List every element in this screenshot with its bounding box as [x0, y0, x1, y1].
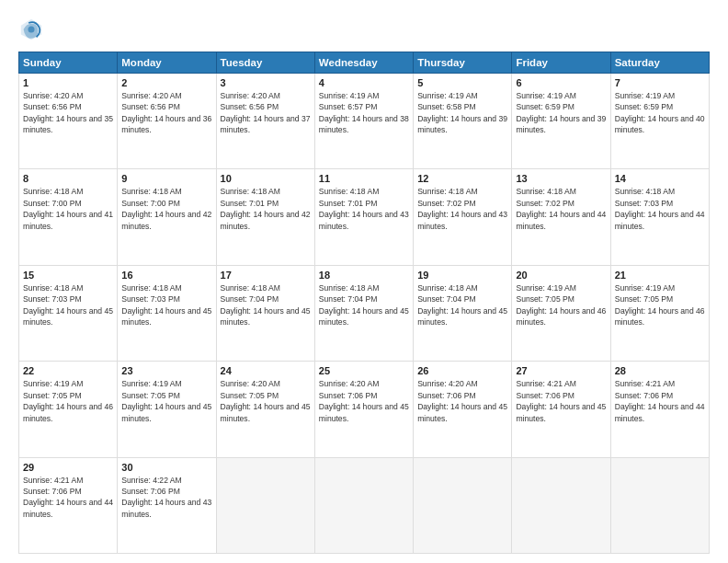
calendar-cell: 18Sunrise: 4:18 AMSunset: 7:04 PMDayligh… [314, 265, 413, 361]
day-detail: Sunrise: 4:18 AMSunset: 7:02 PMDaylight:… [417, 186, 507, 232]
day-detail: Sunrise: 4:18 AMSunset: 7:03 PMDaylight:… [615, 186, 705, 232]
calendar-cell: 29Sunrise: 4:21 AMSunset: 7:06 PMDayligh… [19, 457, 118, 553]
calendar-cell: 11Sunrise: 4:18 AMSunset: 7:01 PMDayligh… [314, 169, 413, 265]
calendar-cell: 30Sunrise: 4:22 AMSunset: 7:06 PMDayligh… [118, 457, 216, 553]
day-number: 28 [615, 365, 705, 376]
calendar-week-row: 29Sunrise: 4:21 AMSunset: 7:06 PMDayligh… [19, 457, 710, 553]
calendar-week-row: 8Sunrise: 4:18 AMSunset: 7:00 PMDaylight… [19, 169, 710, 265]
day-detail: Sunrise: 4:18 AMSunset: 7:02 PMDaylight:… [516, 186, 606, 232]
day-detail: Sunrise: 4:19 AMSunset: 7:05 PMDaylight:… [516, 282, 606, 328]
day-number: 25 [319, 365, 409, 376]
day-number: 18 [319, 270, 409, 281]
calendar-cell: 14Sunrise: 4:18 AMSunset: 7:03 PMDayligh… [610, 169, 709, 265]
day-number: 16 [121, 270, 211, 281]
calendar-cell: 26Sunrise: 4:20 AMSunset: 7:06 PMDayligh… [414, 362, 512, 457]
calendar-cell: 23Sunrise: 4:19 AMSunset: 7:05 PMDayligh… [118, 362, 216, 457]
day-number: 26 [417, 365, 507, 376]
day-detail: Sunrise: 4:20 AMSunset: 7:06 PMDaylight:… [417, 378, 507, 424]
calendar-cell: 15Sunrise: 4:18 AMSunset: 7:03 PMDayligh… [19, 265, 118, 361]
calendar-cell: 7Sunrise: 4:19 AMSunset: 6:59 PMDaylight… [610, 74, 709, 169]
calendar-cell: 9Sunrise: 4:18 AMSunset: 7:00 PMDaylight… [118, 169, 216, 265]
calendar-cell: 27Sunrise: 4:21 AMSunset: 7:06 PMDayligh… [512, 362, 610, 457]
calendar-header-monday: Monday [118, 52, 216, 74]
day-number: 17 [221, 270, 311, 281]
day-detail: Sunrise: 4:18 AMSunset: 7:01 PMDaylight:… [319, 186, 409, 232]
day-number: 5 [417, 77, 507, 88]
day-detail: Sunrise: 4:20 AMSunset: 6:56 PMDaylight:… [221, 90, 311, 136]
day-detail: Sunrise: 4:20 AMSunset: 7:05 PMDaylight:… [221, 378, 311, 424]
day-detail: Sunrise: 4:19 AMSunset: 6:59 PMDaylight:… [516, 90, 606, 136]
day-detail: Sunrise: 4:18 AMSunset: 7:04 PMDaylight:… [417, 282, 507, 328]
calendar-cell: 12Sunrise: 4:18 AMSunset: 7:02 PMDayligh… [414, 169, 512, 265]
day-number: 23 [121, 365, 211, 376]
calendar-cell: 24Sunrise: 4:20 AMSunset: 7:05 PMDayligh… [216, 362, 314, 457]
calendar-cell: 3Sunrise: 4:20 AMSunset: 6:56 PMDaylight… [216, 74, 314, 169]
day-detail: Sunrise: 4:21 AMSunset: 7:06 PMDaylight:… [615, 378, 705, 424]
calendar-cell: 25Sunrise: 4:20 AMSunset: 7:06 PMDayligh… [314, 362, 413, 457]
header [18, 17, 710, 42]
day-detail: Sunrise: 4:18 AMSunset: 7:04 PMDaylight:… [319, 282, 409, 328]
day-detail: Sunrise: 4:19 AMSunset: 7:05 PMDaylight:… [23, 378, 113, 424]
svg-point-1 [28, 27, 35, 33]
day-detail: Sunrise: 4:19 AMSunset: 6:58 PMDaylight:… [417, 90, 507, 136]
calendar-cell: 10Sunrise: 4:18 AMSunset: 7:01 PMDayligh… [216, 169, 314, 265]
logo [18, 17, 48, 42]
calendar-cell: 13Sunrise: 4:18 AMSunset: 7:02 PMDayligh… [512, 169, 610, 265]
day-detail: Sunrise: 4:18 AMSunset: 7:00 PMDaylight:… [121, 186, 211, 232]
day-number: 19 [417, 270, 507, 281]
day-detail: Sunrise: 4:18 AMSunset: 7:00 PMDaylight:… [23, 186, 113, 232]
calendar-week-row: 1Sunrise: 4:20 AMSunset: 6:56 PMDaylight… [19, 74, 710, 169]
day-detail: Sunrise: 4:20 AMSunset: 6:56 PMDaylight:… [23, 90, 113, 136]
day-detail: Sunrise: 4:20 AMSunset: 7:06 PMDaylight:… [319, 378, 409, 424]
calendar-cell: 21Sunrise: 4:19 AMSunset: 7:05 PMDayligh… [610, 265, 709, 361]
day-detail: Sunrise: 4:20 AMSunset: 6:56 PMDaylight:… [121, 90, 211, 136]
calendar-cell: 22Sunrise: 4:19 AMSunset: 7:05 PMDayligh… [19, 362, 118, 457]
day-number: 30 [121, 462, 211, 473]
day-detail: Sunrise: 4:21 AMSunset: 7:06 PMDaylight:… [516, 378, 606, 424]
calendar-cell [216, 457, 314, 553]
day-number: 29 [23, 462, 113, 473]
calendar-header-friday: Friday [512, 52, 610, 74]
calendar-header-tuesday: Tuesday [216, 52, 314, 74]
calendar-header-sunday: Sunday [19, 52, 118, 74]
calendar-cell: 17Sunrise: 4:18 AMSunset: 7:04 PMDayligh… [216, 265, 314, 361]
day-number: 9 [121, 173, 211, 184]
day-number: 15 [23, 270, 113, 281]
day-number: 3 [221, 77, 311, 88]
day-number: 13 [516, 173, 606, 184]
calendar-cell: 28Sunrise: 4:21 AMSunset: 7:06 PMDayligh… [610, 362, 709, 457]
day-number: 1 [23, 77, 113, 88]
calendar-week-row: 15Sunrise: 4:18 AMSunset: 7:03 PMDayligh… [19, 265, 710, 361]
day-number: 7 [615, 77, 705, 88]
page: SundayMondayTuesdayWednesdayThursdayFrid… [0, 0, 728, 563]
calendar-cell: 19Sunrise: 4:18 AMSunset: 7:04 PMDayligh… [414, 265, 512, 361]
calendar-cell [512, 457, 610, 553]
calendar-cell [314, 457, 413, 553]
day-detail: Sunrise: 4:19 AMSunset: 6:59 PMDaylight:… [615, 90, 705, 136]
calendar-cell: 20Sunrise: 4:19 AMSunset: 7:05 PMDayligh… [512, 265, 610, 361]
day-number: 21 [615, 270, 705, 281]
day-detail: Sunrise: 4:21 AMSunset: 7:06 PMDaylight:… [23, 475, 113, 521]
day-number: 24 [221, 365, 311, 376]
day-detail: Sunrise: 4:22 AMSunset: 7:06 PMDaylight:… [121, 475, 211, 521]
day-number: 14 [615, 173, 705, 184]
calendar-cell: 1Sunrise: 4:20 AMSunset: 6:56 PMDaylight… [19, 74, 118, 169]
day-detail: Sunrise: 4:19 AMSunset: 7:05 PMDaylight:… [615, 282, 705, 328]
calendar-cell: 6Sunrise: 4:19 AMSunset: 6:59 PMDaylight… [512, 74, 610, 169]
calendar-header-saturday: Saturday [610, 52, 709, 74]
day-detail: Sunrise: 4:18 AMSunset: 7:01 PMDaylight:… [221, 186, 311, 232]
day-number: 8 [23, 173, 113, 184]
calendar-week-row: 22Sunrise: 4:19 AMSunset: 7:05 PMDayligh… [19, 362, 710, 457]
day-detail: Sunrise: 4:18 AMSunset: 7:04 PMDaylight:… [221, 282, 311, 328]
day-detail: Sunrise: 4:18 AMSunset: 7:03 PMDaylight:… [23, 282, 113, 328]
day-number: 12 [417, 173, 507, 184]
calendar-header-thursday: Thursday [414, 52, 512, 74]
day-number: 10 [221, 173, 311, 184]
calendar-cell: 16Sunrise: 4:18 AMSunset: 7:03 PMDayligh… [118, 265, 216, 361]
calendar-header-row: SundayMondayTuesdayWednesdayThursdayFrid… [19, 52, 710, 74]
day-detail: Sunrise: 4:19 AMSunset: 6:57 PMDaylight:… [319, 90, 409, 136]
day-number: 20 [516, 270, 606, 281]
day-number: 6 [516, 77, 606, 88]
calendar-header-wednesday: Wednesday [314, 52, 413, 74]
day-number: 22 [23, 365, 113, 376]
